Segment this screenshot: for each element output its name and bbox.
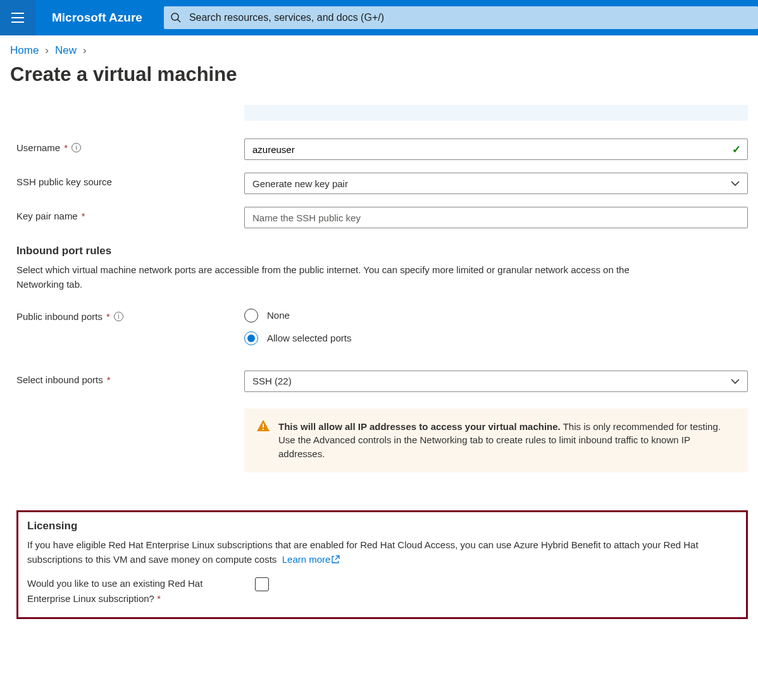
radio-none-label: None <box>267 310 290 321</box>
chevron-right-icon: › <box>45 44 49 57</box>
learn-more-link[interactable]: Learn more <box>282 554 340 565</box>
ssh-source-control: Generate new key pair <box>244 173 748 194</box>
licensing-desc: If you have eligible Red Hat Enterprise … <box>27 537 737 568</box>
row-public-ports: Public inbound ports * i None Allow sele… <box>16 307 748 345</box>
licensing-section: Licensing If you have eligible Red Hat E… <box>16 510 748 619</box>
breadcrumb-home[interactable]: Home <box>10 44 39 57</box>
licensing-desc-text: If you have eligible Red Hat Enterprise … <box>27 539 699 565</box>
public-ports-label: Public inbound ports * i <box>16 307 244 322</box>
username-label: Username * i <box>16 138 244 153</box>
info-banner-placeholder <box>244 105 748 121</box>
search-input[interactable] <box>187 9 752 26</box>
radio-circle-icon <box>244 309 258 322</box>
select-ports-select[interactable]: SSH (22) <box>244 371 748 392</box>
radio-allow-label: Allow selected ports <box>267 333 351 343</box>
select-ports-label: Select inbound ports * <box>16 371 244 385</box>
warning-icon <box>257 420 270 461</box>
licensing-question-label: Would you like to use an existing Red Ha… <box>27 576 242 606</box>
radio-dot-icon <box>247 335 255 342</box>
select-ports-value: SSH (22) <box>252 376 292 386</box>
keypair-label-text: Key pair name <box>16 211 78 221</box>
chevron-right-icon: › <box>83 44 87 57</box>
required-star: * <box>64 142 68 153</box>
row-select-ports: Select inbound ports * SSH (22) <box>16 371 748 392</box>
ssh-source-value: Generate new key pair <box>252 178 348 189</box>
hamburger-menu-button[interactable] <box>0 0 35 35</box>
public-ports-label-text: Public inbound ports <box>16 311 103 322</box>
hamburger-icon <box>11 13 24 23</box>
select-ports-control: SSH (22) <box>244 371 748 392</box>
chevron-down-icon <box>731 180 740 187</box>
inbound-section-title: Inbound port rules <box>16 245 748 257</box>
ssh-source-label-text: SSH public key source <box>16 176 112 187</box>
public-ports-radio-group: None Allow selected ports <box>244 307 748 345</box>
svg-line-1 <box>177 20 180 23</box>
required-star: * <box>106 311 110 322</box>
ip-warning-box: This will allow all IP addresses to acce… <box>244 408 748 472</box>
inbound-section-desc: Select which virtual machine network por… <box>16 262 674 292</box>
radio-circle-selected-icon <box>244 331 258 345</box>
search-container <box>159 3 758 33</box>
checkmark-icon: ✓ <box>732 143 741 156</box>
breadcrumb: Home › New › <box>10 44 748 57</box>
keypair-label: Key pair name * <box>16 207 244 221</box>
required-star: * <box>157 593 161 604</box>
required-star: * <box>107 374 111 385</box>
info-icon[interactable]: i <box>114 312 123 321</box>
row-ssh-source: SSH public key source Generate new key p… <box>16 173 748 194</box>
row-username: Username * i ✓ <box>16 138 748 160</box>
username-control: ✓ <box>244 138 748 160</box>
external-link-icon <box>332 553 340 567</box>
username-label-text: Username <box>16 142 60 153</box>
ssh-source-label: SSH public key source <box>16 173 244 187</box>
form-area: Username * i ✓ SSH public key source Gen… <box>10 105 748 619</box>
search-icon <box>170 12 182 23</box>
radio-allow-selected[interactable]: Allow selected ports <box>244 331 748 345</box>
keypair-control <box>244 207 748 228</box>
licensing-question-row: Would you like to use an existing Red Ha… <box>27 576 737 606</box>
ssh-source-select[interactable]: Generate new key pair <box>244 173 748 194</box>
licensing-checkbox[interactable] <box>255 577 269 591</box>
required-star: * <box>82 211 85 221</box>
svg-rect-2 <box>263 424 264 427</box>
learn-more-text: Learn more <box>282 554 331 565</box>
username-input-wrap[interactable]: ✓ <box>244 138 748 160</box>
select-ports-label-text: Select inbound ports <box>16 374 103 385</box>
username-input[interactable] <box>252 144 724 155</box>
warning-bold: This will allow all IP addresses to acce… <box>278 421 561 432</box>
page-title: Create a virtual machine <box>10 63 748 86</box>
svg-rect-3 <box>263 429 264 430</box>
breadcrumb-new[interactable]: New <box>55 44 77 57</box>
radio-none[interactable]: None <box>244 309 748 322</box>
keypair-input[interactable] <box>244 207 748 228</box>
row-keypair: Key pair name * <box>16 207 748 228</box>
page-content: Home › New › Create a virtual machine Us… <box>0 35 758 634</box>
brand-label: Microsoft Azure <box>35 11 159 25</box>
info-icon[interactable]: i <box>71 143 81 152</box>
warning-text: This will allow all IP addresses to acce… <box>278 420 735 461</box>
licensing-question-text: Would you like to use an existing Red Ha… <box>27 578 202 603</box>
svg-point-0 <box>171 13 178 20</box>
licensing-title: Licensing <box>27 520 737 532</box>
top-bar: Microsoft Azure <box>0 0 758 35</box>
chevron-down-icon <box>731 378 740 384</box>
search-box[interactable] <box>164 6 758 29</box>
